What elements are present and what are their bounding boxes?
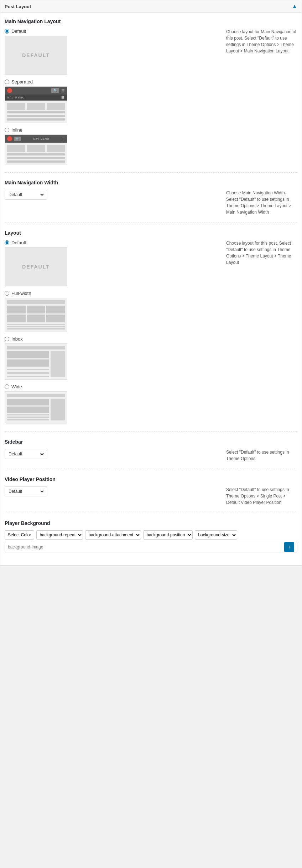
nav-bar-separated: 🔍 ☰ bbox=[5, 87, 67, 95]
content-block-1 bbox=[7, 103, 25, 110]
main-nav-width-desc: Choose Main Navigation Width. Select "De… bbox=[226, 190, 297, 215]
inbox-line-3 bbox=[7, 376, 49, 377]
layout-fullwidth-label[interactable]: Full-width bbox=[5, 291, 219, 296]
nav-default-text: Default bbox=[11, 29, 26, 34]
nav-default-label[interactable]: Default bbox=[5, 29, 219, 34]
panel-header[interactable]: Post Layout ▲ bbox=[0, 0, 302, 13]
layout-fullwidth-text: Full-width bbox=[11, 291, 31, 296]
nav-separated-content bbox=[5, 101, 67, 123]
sidebar-row: Default Left Right None Select "Default"… bbox=[5, 449, 297, 462]
sidebar-left: Default Left Right None bbox=[5, 449, 219, 459]
add-image-button[interactable]: + bbox=[284, 542, 294, 552]
layout-section: Layout Default DEFAULT bbox=[5, 230, 297, 432]
layout-wide-label[interactable]: Wide bbox=[5, 384, 219, 389]
inbox-right-col bbox=[51, 351, 65, 377]
layout-fullwidth-item: Full-width bbox=[5, 291, 219, 332]
nav-layout-radio-group: Default DEFAULT Separated bbox=[5, 29, 219, 165]
inline-line-2 bbox=[7, 157, 65, 159]
search-icon: 🔍 bbox=[51, 88, 59, 93]
layout-options: Default DEFAULT Full-width bbox=[5, 240, 219, 424]
layout-inbox-label[interactable]: Inbox bbox=[5, 336, 219, 342]
video-player-select-control[interactable]: Default Above Below bbox=[5, 486, 47, 496]
player-background-controls: Select Color background-repeat repeat re… bbox=[5, 530, 297, 540]
main-nav-layout-desc: Choose layout for Main Navigation of thi… bbox=[226, 29, 297, 54]
wide-top-bar bbox=[7, 394, 65, 397]
wide-block-1 bbox=[7, 399, 49, 405]
layout-default-radio[interactable] bbox=[5, 240, 9, 245]
video-player-left: Default Above Below bbox=[5, 486, 219, 496]
inline-block-3 bbox=[47, 145, 65, 152]
fw-cell-3 bbox=[46, 306, 65, 313]
logo-icon bbox=[7, 88, 12, 93]
nav-bar-inline: 🔍 NAV MENU ☰ bbox=[5, 135, 67, 143]
main-nav-width-left: Default Boxed Full Width bbox=[5, 190, 219, 200]
nav-separated-item: Separated 🔍 ☰ bbox=[5, 79, 219, 123]
nav-default-item: Default DEFAULT bbox=[5, 29, 219, 75]
bg-repeat-select[interactable]: background-repeat repeat repeat-x repeat… bbox=[36, 530, 83, 540]
nav-menu-text: NAV MENU bbox=[7, 96, 25, 99]
video-player-title: Video Player Position bbox=[5, 476, 297, 482]
wide-side-col bbox=[51, 399, 65, 420]
video-player-select[interactable]: Default Above Below bbox=[7, 489, 45, 494]
layout-inbox-radio[interactable] bbox=[5, 337, 9, 341]
layout-row: Default DEFAULT Full-width bbox=[5, 240, 297, 424]
main-nav-width-select[interactable]: Default Boxed Full Width bbox=[7, 192, 45, 198]
fw-line-2 bbox=[7, 326, 65, 327]
main-nav-width-desc-text: Choose Main Navigation Width. Select "De… bbox=[226, 190, 291, 215]
nav-right-controls: 🔍 ☰ bbox=[51, 88, 65, 93]
layout-wide-radio[interactable] bbox=[5, 384, 9, 389]
bg-image-input[interactable] bbox=[8, 545, 283, 550]
inline-logo-icon bbox=[7, 136, 12, 141]
layout-fullwidth-radio[interactable] bbox=[5, 291, 9, 296]
layout-default-item: Default DEFAULT bbox=[5, 240, 219, 286]
content-line-1 bbox=[7, 111, 65, 113]
bg-attachment-select[interactable]: background-attachment scroll fixed bbox=[85, 530, 141, 540]
nav-default-preview-text: DEFAULT bbox=[22, 52, 50, 58]
nav-separated-label[interactable]: Separated bbox=[5, 79, 219, 85]
bg-position-select[interactable]: background-position left top center top … bbox=[143, 530, 193, 540]
main-nav-layout-row: Default DEFAULT Separated bbox=[5, 29, 297, 165]
main-nav-width-title: Main Navigation Width bbox=[5, 180, 297, 185]
video-player-section: Video Player Position Default Above Belo… bbox=[5, 476, 297, 513]
nav-inline-label[interactable]: Inline bbox=[5, 127, 219, 133]
sidebar-select-control[interactable]: Default Left Right None bbox=[5, 449, 47, 459]
inline-block-2 bbox=[27, 145, 45, 152]
sidebar-desc: Select "Default" to use settings in Them… bbox=[226, 449, 297, 462]
sidebar-title: Sidebar bbox=[5, 439, 297, 445]
nav-menu-hamburger: ☰ bbox=[61, 96, 65, 99]
inline-block-1 bbox=[7, 145, 25, 152]
layout-inbox-text: Inbox bbox=[11, 336, 23, 342]
nav-inline-radio[interactable] bbox=[5, 128, 9, 132]
nav-default-radio[interactable] bbox=[5, 29, 9, 34]
nav-separated-radio[interactable] bbox=[5, 80, 9, 84]
bg-image-row: + bbox=[5, 542, 297, 552]
player-background-section: Player Background Select Color backgroun… bbox=[5, 520, 297, 560]
select-color-button[interactable]: Select Color bbox=[5, 530, 34, 540]
fw-cell-4 bbox=[7, 315, 26, 322]
inbox-main bbox=[7, 351, 65, 377]
fw-cell-5 bbox=[27, 315, 45, 322]
main-nav-width-section: Main Navigation Width Default Boxed Full… bbox=[5, 180, 297, 223]
layout-desc-text: Choose layout for this post. Select "Def… bbox=[226, 241, 291, 265]
inbox-block-2 bbox=[7, 359, 49, 367]
main-nav-width-row: Default Boxed Full Width Choose Main Nav… bbox=[5, 190, 297, 215]
sidebar-select[interactable]: Default Left Right None bbox=[7, 451, 45, 457]
main-nav-width-select-control[interactable]: Default Boxed Full Width bbox=[5, 190, 47, 200]
layout-default-label[interactable]: Default bbox=[5, 240, 219, 245]
inline-search-icon: 🔍 bbox=[14, 137, 21, 141]
content-line-2 bbox=[7, 115, 65, 117]
content-block-3 bbox=[47, 103, 65, 110]
bg-size-select[interactable]: background-size auto cover contain bbox=[195, 530, 237, 540]
wide-line-2 bbox=[7, 417, 49, 418]
nav-menu-bar: NAV MENU ☰ bbox=[5, 95, 67, 101]
sidebar-desc-text: Select "Default" to use settings in Them… bbox=[226, 450, 289, 461]
inbox-left-col bbox=[7, 351, 49, 377]
fw-cell-1 bbox=[7, 306, 26, 313]
inline-line-1 bbox=[7, 153, 65, 155]
wide-line-1 bbox=[7, 414, 49, 415]
inbox-top-bar bbox=[7, 346, 65, 349]
content-block-2 bbox=[27, 103, 45, 110]
nav-separated-preview: 🔍 ☰ NAV MENU ☰ bbox=[5, 86, 67, 123]
fw-cell-2 bbox=[27, 306, 45, 313]
layout-wide-item: Wide bbox=[5, 384, 219, 424]
